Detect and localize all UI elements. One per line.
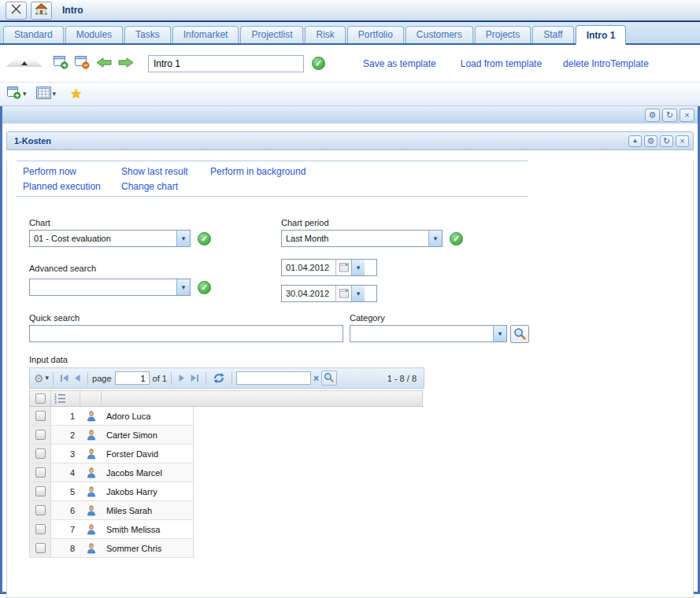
grid-settings-button[interactable]: ⚙ <box>34 373 44 384</box>
row-checkbox[interactable] <box>35 411 46 421</box>
date-from-field[interactable]: 01.04.2012 ▾ <box>281 259 377 276</box>
collapse-icon: ▲ <box>632 138 639 144</box>
row-checkbox[interactable] <box>35 486 46 496</box>
refresh-button[interactable]: ↻ <box>662 109 677 122</box>
chart-period-select[interactable]: Last Month ▾ <box>281 230 443 247</box>
print-button[interactable]: ⚙ <box>645 109 660 122</box>
row-checkbox[interactable] <box>35 505 46 515</box>
tab-projectlist[interactable]: Projectlist <box>240 26 303 43</box>
calendar-icon[interactable] <box>335 286 351 301</box>
chevron-down-icon[interactable]: ▾ <box>428 231 442 246</box>
icon-column-header[interactable] <box>80 391 102 406</box>
table-row[interactable]: 7 Smith Melissa <box>30 520 193 539</box>
collapse-panel-button[interactable]: ▲ <box>628 135 642 147</box>
table-row[interactable]: 1 Adoro Luca <box>30 407 193 426</box>
tab-intro-1[interactable]: Intro 1 <box>576 25 627 45</box>
row-checkbox[interactable] <box>35 543 46 553</box>
home-button[interactable] <box>31 2 52 20</box>
tab-customers[interactable]: Customers <box>406 26 473 43</box>
perform-now-link[interactable]: Perform now <box>23 166 121 177</box>
navigate-forward-button[interactable] <box>118 57 134 70</box>
category-search-button[interactable] <box>510 325 529 343</box>
change-chart-link[interactable]: Change chart <box>121 181 210 192</box>
select-all-header[interactable] <box>30 391 51 406</box>
row-select-cell[interactable] <box>30 539 51 557</box>
tab-infomarket[interactable]: Infomarket <box>172 26 239 43</box>
chart-select[interactable]: 01 - Cost evaluation ▾ <box>29 230 191 247</box>
row-checkbox[interactable] <box>35 467 46 478</box>
chevron-down-icon[interactable]: ▾ <box>351 260 365 275</box>
select-all-checkbox[interactable] <box>35 393 46 404</box>
row-select-cell[interactable] <box>30 426 51 444</box>
table-row[interactable]: 2 Carter Simon <box>30 426 193 445</box>
add-window-button[interactable] <box>54 56 69 72</box>
category-select[interactable]: ▾ <box>350 325 507 342</box>
refresh-panel-button[interactable]: ↻ <box>660 135 673 147</box>
intro-name-input[interactable] <box>148 55 304 72</box>
confirm-name-icon[interactable]: ✓ <box>312 57 325 70</box>
tab-projects[interactable]: Projects <box>475 26 531 43</box>
add-portlet-button[interactable]: ▾ <box>7 87 27 102</box>
tab-standard[interactable]: Standard <box>3 26 64 43</box>
navigate-back-button[interactable] <box>96 57 112 70</box>
row-select-cell[interactable] <box>30 520 51 538</box>
table-row[interactable]: 8 Sommer Chris <box>30 539 193 558</box>
delete-introtemplate-link[interactable]: delete IntroTemplate <box>563 58 649 69</box>
table-row[interactable]: 5 Jakobs Harry <box>30 482 193 501</box>
first-page-button[interactable] <box>60 374 69 382</box>
intro-toolbar: ✓ Save as template Load from template de… <box>0 45 700 83</box>
close-panel-button[interactable]: × <box>676 135 689 147</box>
collapse-toolbar-handle[interactable] <box>6 60 43 67</box>
next-page-button[interactable] <box>178 374 185 382</box>
page-number-input[interactable] <box>115 371 150 385</box>
confirm-chart-period-icon[interactable]: ✓ <box>450 232 463 245</box>
tab-modules[interactable]: Modules <box>65 26 123 43</box>
perform-in-background-link[interactable]: Perform in background <box>210 166 432 177</box>
grid-search-input[interactable] <box>236 371 311 385</box>
print-panel-button[interactable]: ⚙ <box>644 135 657 147</box>
grid-refresh-button[interactable] <box>213 372 225 384</box>
close-button[interactable]: × <box>680 109 694 122</box>
grid-search-button[interactable] <box>321 371 337 386</box>
row-select-cell[interactable] <box>30 482 51 500</box>
row-select-cell[interactable] <box>30 463 51 482</box>
planned-execution-link[interactable]: Planned execution <box>23 181 121 192</box>
confirm-chart-icon[interactable]: ✓ <box>198 232 211 245</box>
save-as-template-link[interactable]: Save as template <box>363 58 436 69</box>
show-last-result-link[interactable]: Show last result <box>121 166 210 177</box>
favorite-star-icon[interactable]: ★ <box>70 87 82 101</box>
date-to-field[interactable]: 30.04.2012 ▾ <box>281 285 377 302</box>
table-row[interactable]: 3 Forster David <box>30 445 193 463</box>
chevron-down-icon[interactable]: ▾ <box>176 279 190 295</box>
close-window-button[interactable] <box>6 2 27 20</box>
tab-tasks[interactable]: Tasks <box>124 26 171 43</box>
clear-search-icon[interactable]: × <box>313 374 319 383</box>
row-select-cell[interactable] <box>30 501 51 519</box>
tab-portfolio[interactable]: Portfolio <box>347 26 404 43</box>
table-row[interactable]: 4 Jacobs Marcel <box>30 463 193 482</box>
load-from-template-link[interactable]: Load from template <box>461 58 542 69</box>
row-select-cell[interactable] <box>30 445 51 463</box>
confirm-advanced-search-icon[interactable]: ✓ <box>198 281 211 294</box>
chevron-down-icon[interactable]: ▾ <box>176 231 190 246</box>
row-checkbox[interactable] <box>35 524 46 534</box>
last-page-button[interactable] <box>190 374 199 382</box>
advanced-search-select[interactable]: ▾ <box>29 279 191 296</box>
layout-button[interactable]: ▾ <box>36 87 57 102</box>
chevron-down-icon[interactable]: ▾ <box>46 375 50 382</box>
row-select-cell[interactable] <box>30 407 51 425</box>
remove-window-button[interactable] <box>75 56 90 72</box>
tab-risk[interactable]: Risk <box>305 26 345 43</box>
calendar-icon[interactable] <box>335 260 351 275</box>
tab-staff[interactable]: Staff <box>532 26 573 43</box>
window-titlebar: Intro <box>0 0 700 22</box>
chevron-down-icon[interactable]: ▾ <box>493 326 506 341</box>
quick-search-input[interactable] <box>29 325 343 342</box>
chevron-down-icon[interactable]: ▾ <box>351 286 365 301</box>
previous-page-button[interactable] <box>74 374 81 382</box>
row-checkbox[interactable] <box>35 430 46 440</box>
table-row[interactable]: 6 Miles Sarah <box>30 501 193 520</box>
name-column-header[interactable] <box>102 391 422 406</box>
row-number-header[interactable]: 1 2 3 <box>51 391 80 406</box>
row-checkbox[interactable] <box>35 448 46 459</box>
